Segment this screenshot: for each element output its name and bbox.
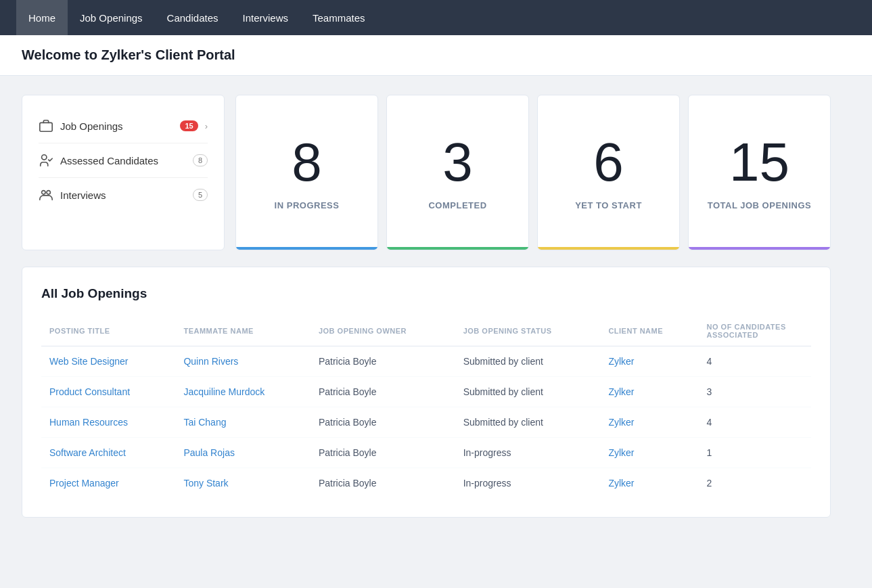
sidebar-item-job-openings[interactable]: Job Openings 15 › (39, 109, 208, 143)
table-row: Product Consultant Jacquiline Murdock Pa… (41, 377, 811, 407)
svg-point-2 (42, 191, 46, 195)
nav-job-openings[interactable]: Job Openings (68, 0, 155, 35)
table-row: Project Manager Tony Stark Patricia Boyl… (41, 468, 811, 499)
cell-candidates-1: 3 (699, 377, 811, 407)
link-teammate-2[interactable]: Tai Chang (183, 417, 226, 428)
link-client-2[interactable]: Zylker (608, 417, 634, 428)
page-header: Welcome to Zylker's Client Portal (0, 35, 872, 76)
cell-teammate-name-0[interactable]: Quinn Rivers (175, 346, 310, 377)
cell-status-3: In-progress (455, 438, 601, 468)
link-teammate-3[interactable]: Paula Rojas (183, 447, 235, 458)
link-teammate-0[interactable]: Quinn Rivers (183, 356, 238, 367)
link-teammate-1[interactable]: Jacquiline Murdock (183, 386, 265, 397)
stat-label-yet-to-start: YET TO START (575, 200, 642, 210)
link-posting-title-0[interactable]: Web Site Designer (49, 356, 128, 367)
cell-owner-1: Patricia Boyle (311, 377, 455, 407)
table-row: Web Site Designer Quinn Rivers Patricia … (41, 346, 811, 377)
link-teammate-4[interactable]: Tony Stark (183, 478, 228, 489)
cell-candidates-2: 4 (699, 407, 811, 438)
link-posting-title-2[interactable]: Human Resources (49, 417, 128, 428)
page-title: Welcome to Zylker's Client Portal (22, 47, 850, 63)
link-client-0[interactable]: Zylker (608, 356, 634, 367)
job-openings-badge: 15 (180, 120, 198, 131)
nav-interviews[interactable]: Interviews (230, 0, 300, 35)
cell-status-2: Submitted by client (455, 407, 601, 438)
sidebar-label-assessed: Assessed Candidates (60, 155, 186, 166)
table-row: Human Resources Tai Chang Patricia Boyle… (41, 407, 811, 438)
cell-candidates-0: 4 (699, 346, 811, 377)
cell-teammate-name-4[interactable]: Tony Stark (175, 468, 310, 499)
cell-teammate-name-3[interactable]: Paula Rojas (175, 438, 310, 468)
cell-posting-title-0[interactable]: Web Site Designer (41, 346, 175, 377)
stat-in-progress: 8 IN PROGRESS (235, 95, 378, 250)
link-client-1[interactable]: Zylker (608, 386, 634, 397)
svg-point-3 (47, 191, 51, 195)
cell-teammate-name-2[interactable]: Tai Chang (175, 407, 310, 438)
interviews-icon (39, 187, 53, 202)
link-client-4[interactable]: Zylker (608, 478, 634, 489)
cell-posting-title-3[interactable]: Software Architect (41, 438, 175, 468)
cell-owner-2: Patricia Boyle (311, 407, 455, 438)
cell-client-0[interactable]: Zylker (600, 346, 698, 377)
col-job-opening-status: JOB OPENING STATUS (455, 316, 601, 346)
stat-cards: 8 IN PROGRESS 3 COMPLETED 6 YET TO START… (235, 95, 831, 250)
job-openings-table: POSTING TITLE TEAMMATE NAME JOB OPENING … (41, 316, 811, 498)
col-candidates-associated: NO OF CANDIDATES ASSOCIATED (699, 316, 811, 346)
interviews-badge: 5 (193, 189, 208, 201)
cell-owner-0: Patricia Boyle (311, 346, 455, 377)
cell-posting-title-2[interactable]: Human Resources (41, 407, 175, 438)
cell-client-1[interactable]: Zylker (600, 377, 698, 407)
cell-client-3[interactable]: Zylker (600, 438, 698, 468)
cell-owner-3: Patricia Boyle (311, 438, 455, 468)
nav-candidates[interactable]: Candidates (155, 0, 231, 35)
cell-status-1: Submitted by client (455, 377, 601, 407)
col-teammate-name: TEAMMATE NAME (175, 316, 310, 346)
nav-home[interactable]: Home (16, 0, 68, 35)
link-posting-title-1[interactable]: Product Consultant (49, 386, 130, 397)
chevron-right-icon: › (205, 121, 208, 131)
cell-client-2[interactable]: Zylker (600, 407, 698, 438)
link-posting-title-3[interactable]: Software Architect (49, 447, 126, 458)
assessed-badge: 8 (193, 154, 208, 166)
cell-posting-title-4[interactable]: Project Manager (41, 468, 175, 499)
col-job-opening-owner: JOB OPENING OWNER (311, 316, 455, 346)
summary-row: Job Openings 15 › Assessed Candidates 8 (22, 95, 831, 250)
sidebar-item-interviews[interactable]: Interviews 5 (39, 178, 208, 212)
table-title: All Job Openings (41, 286, 811, 301)
assessed-icon (39, 153, 53, 168)
briefcase-icon (39, 118, 53, 133)
stat-yet-to-start: 6 YET TO START (537, 95, 680, 250)
link-client-3[interactable]: Zylker (608, 447, 634, 458)
cell-status-0: Submitted by client (455, 346, 601, 377)
col-posting-title: POSTING TITLE (41, 316, 175, 346)
sidebar-card: Job Openings 15 › Assessed Candidates 8 (22, 95, 225, 250)
stat-number-total: 15 (729, 135, 789, 189)
col-client-name: CLIENT NAME (600, 316, 698, 346)
svg-point-1 (42, 155, 47, 160)
sidebar-label-job-openings: Job Openings (60, 120, 173, 132)
cell-owner-4: Patricia Boyle (311, 468, 455, 499)
svg-rect-0 (40, 122, 52, 131)
all-job-openings-section: All Job Openings POSTING TITLE TEAMMATE … (22, 267, 831, 518)
cell-client-4[interactable]: Zylker (600, 468, 698, 499)
table-row: Software Architect Paula Rojas Patricia … (41, 438, 811, 468)
link-posting-title-4[interactable]: Project Manager (49, 478, 119, 489)
sidebar-item-assessed[interactable]: Assessed Candidates 8 (39, 143, 208, 178)
cell-status-4: In-progress (455, 468, 601, 499)
stat-number-in-progress: 8 (292, 135, 322, 189)
cell-candidates-4: 2 (699, 468, 811, 499)
stat-number-completed: 3 (442, 135, 473, 189)
cell-candidates-3: 1 (699, 438, 811, 468)
stat-total-openings: 15 TOTAL JOB OPENINGS (688, 95, 831, 250)
stat-completed: 3 COMPLETED (386, 95, 529, 250)
stat-number-yet-to-start: 6 (593, 135, 624, 189)
cell-teammate-name-1[interactable]: Jacquiline Murdock (175, 377, 310, 407)
sidebar-label-interviews: Interviews (60, 189, 186, 201)
stat-label-completed: COMPLETED (428, 200, 486, 210)
main-nav: Home Job Openings Candidates Interviews … (0, 0, 872, 35)
nav-teammates[interactable]: Teammates (300, 0, 377, 35)
stat-label-total: TOTAL JOB OPENINGS (708, 200, 811, 210)
stat-label-in-progress: IN PROGRESS (275, 200, 340, 210)
cell-posting-title-1[interactable]: Product Consultant (41, 377, 175, 407)
